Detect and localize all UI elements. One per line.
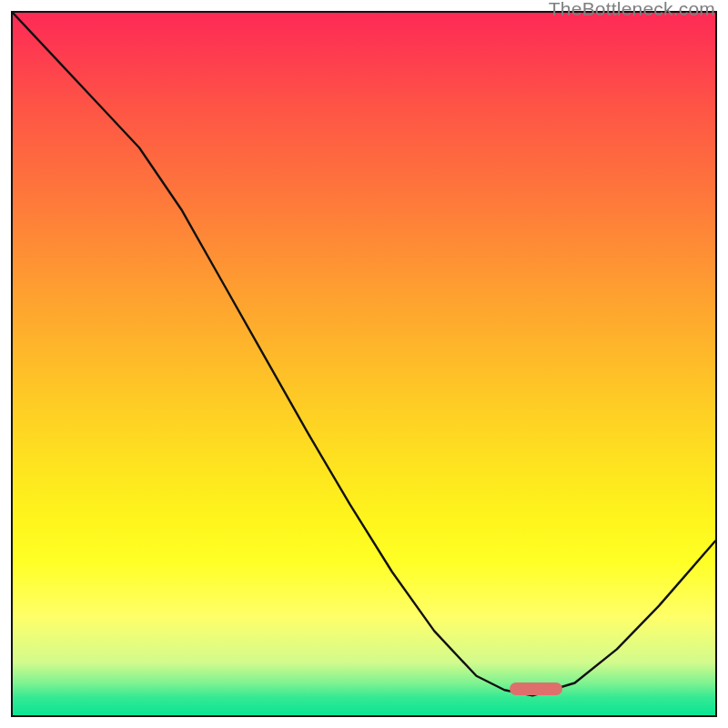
- optimal-marker: [510, 682, 562, 695]
- watermark-text: TheBottleneck.com: [549, 0, 715, 20]
- bottleneck-curve: [13, 13, 715, 715]
- chart-frame: [11, 11, 717, 717]
